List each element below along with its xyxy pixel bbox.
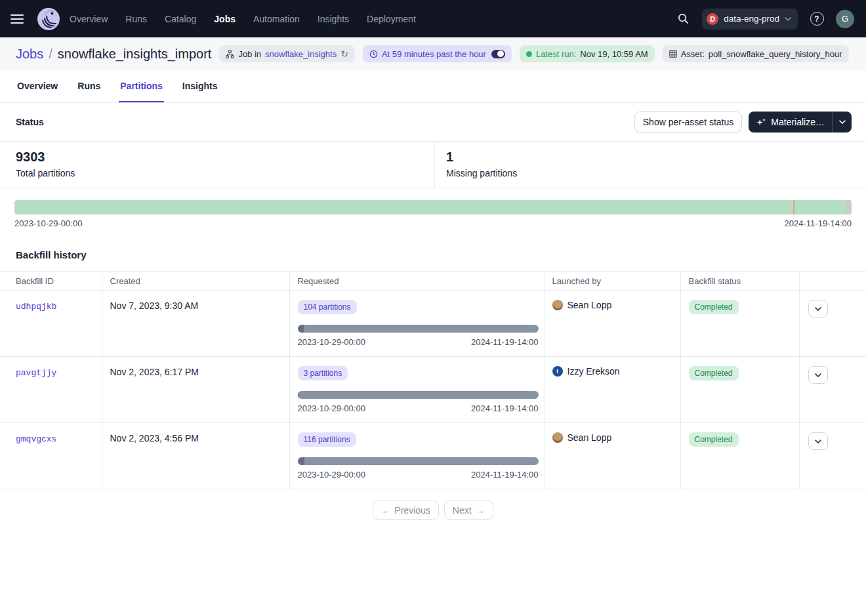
status-section-header: Status Show per-asset status Materialize… <box>0 103 866 141</box>
created-timestamp: Nov 7, 2023, 9:30 AM <box>110 300 199 311</box>
nav-item-insights[interactable]: Insights <box>318 14 349 24</box>
menu-icon[interactable] <box>10 8 33 30</box>
refresh-icon[interactable]: ↻ <box>340 49 348 58</box>
arrow-left-icon: ← <box>381 505 390 516</box>
backfill-range-bar <box>298 391 539 399</box>
clock-icon <box>369 50 378 58</box>
user-avatar[interactable]: G <box>836 10 854 28</box>
code-location-link[interactable]: snowflake_insights <box>265 49 337 59</box>
next-page-button[interactable]: Next → <box>444 501 493 520</box>
tab-runs[interactable]: Runs <box>76 72 102 102</box>
partition-stats: 9303 Total partitions 1 Missing partitio… <box>0 141 866 188</box>
backfill-range-bar <box>298 325 539 333</box>
row-menu-button[interactable] <box>808 300 828 318</box>
sparkle-icon <box>756 117 766 127</box>
col-requested: Requested <box>289 272 544 291</box>
grid-icon <box>669 50 677 58</box>
backfill-history-table: Backfill ID Created Requested Launched b… <box>0 271 866 489</box>
next-label: Next <box>453 505 472 516</box>
row-menu-button[interactable] <box>808 432 828 450</box>
launched-by-name: Sean Lopp <box>567 300 612 310</box>
backfill-range-end: 2024-11-19-14:00 <box>471 470 538 480</box>
latest-run-time[interactable]: Nov 19, 10:59 AM <box>580 49 648 59</box>
user-avatar <box>552 300 563 310</box>
deployment-switcher[interactable]: D data-eng-prod <box>702 9 798 30</box>
missing-partition-marker <box>793 200 794 215</box>
materialize-button[interactable]: Materialize… <box>749 112 833 133</box>
chevron-down-icon <box>839 120 846 124</box>
launched-by-name: Izzy Erekson <box>567 366 620 377</box>
search-icon[interactable] <box>673 9 693 29</box>
page-title: snowflake_insights_import <box>58 47 212 62</box>
help-icon[interactable]: ? <box>807 9 827 29</box>
job-graph-icon <box>226 50 234 58</box>
latest-run-label: Latest run: <box>536 49 576 59</box>
chevron-down-icon <box>815 373 821 377</box>
job-location-prefix: Job in <box>238 49 261 59</box>
backfill-range-bar <box>298 457 539 465</box>
table-row: gmqvgcxs Nov 2, 2023, 4:56 PM 116 partit… <box>0 423 866 489</box>
launched-by-name: Sean Lopp <box>567 432 612 443</box>
success-dot-icon <box>526 51 532 57</box>
tab-partitions[interactable]: Partitions <box>119 72 164 102</box>
breadcrumb-jobs-link[interactable]: Jobs <box>16 47 43 62</box>
latest-run-badge: Latest run: Nov 19, 10:59 AM <box>520 45 655 62</box>
nav-item-automation[interactable]: Automation <box>253 14 300 24</box>
breadcrumb: Jobs / snowflake_insights_import <box>16 47 211 62</box>
requested-partitions-pill[interactable]: 104 partitions <box>298 300 357 314</box>
backfill-history-heading: Backfill history <box>0 228 866 271</box>
tab-insights[interactable]: Insights <box>181 72 219 102</box>
backfill-range-end: 2024-11-19-14:00 <box>471 403 538 413</box>
requested-partitions-pill[interactable]: 116 partitions <box>298 432 356 447</box>
asset-label: Asset: <box>681 49 705 59</box>
total-partitions-stat: 9303 Total partitions <box>0 142 435 188</box>
col-backfill-status: Backfill status <box>680 272 799 291</box>
created-timestamp: Nov 2, 2023, 6:17 PM <box>110 367 199 377</box>
breadcrumb-bar: Jobs / snowflake_insights_import Job in … <box>0 37 866 70</box>
requested-partitions-pill[interactable]: 3 partitions <box>298 366 348 380</box>
schedule-badge: At 59 minutes past the hour <box>363 45 512 62</box>
total-partitions-value: 9303 <box>16 150 434 165</box>
nav-item-overview[interactable]: Overview <box>70 14 108 24</box>
unpartitioned-cap <box>845 200 852 215</box>
show-per-asset-status-button[interactable]: Show per-asset status <box>634 112 743 133</box>
range-end-label: 2024-11-19-14:00 <box>785 218 852 228</box>
previous-page-button[interactable]: ← Previous <box>373 501 438 520</box>
row-menu-button[interactable] <box>808 366 828 384</box>
status-badge: Completed <box>689 432 739 447</box>
pagination: ← Previous Next → <box>0 501 866 520</box>
backfill-id-link[interactable]: udhpqjkb <box>16 302 56 312</box>
partition-health: 2023-10-29-00:00 2024-11-19-14:00 <box>0 188 866 228</box>
arrow-right-icon: → <box>476 505 485 516</box>
dagster-logo[interactable] <box>37 7 60 31</box>
materialize-split-button: Materialize… <box>749 112 852 133</box>
nav-item-jobs[interactable]: Jobs <box>214 14 236 24</box>
user-avatar: I <box>552 366 563 377</box>
job-location-badge: Job in snowflake_insights ↻ <box>219 45 355 62</box>
status-heading: Status <box>16 117 44 127</box>
job-tabs: Overview Runs Partitions Insights <box>0 70 866 103</box>
nav-item-runs[interactable]: Runs <box>125 14 147 24</box>
col-launched-by: Launched by <box>544 272 680 291</box>
total-partitions-label: Total partitions <box>16 168 434 178</box>
missing-partitions-label: Missing partitions <box>446 168 517 178</box>
table-row: udhpqjkb Nov 7, 2023, 9:30 AM 104 partit… <box>0 291 866 357</box>
chevron-down-icon <box>785 17 791 21</box>
materialize-dropdown-caret[interactable] <box>833 112 852 133</box>
nav-item-catalog[interactable]: Catalog <box>165 14 196 24</box>
primary-nav: Overview Runs Catalog Jobs Automation In… <box>70 14 416 24</box>
partition-status-bar[interactable] <box>14 200 852 215</box>
tab-overview[interactable]: Overview <box>16 72 59 102</box>
backfill-id-link[interactable]: pavgtjjy <box>16 368 56 378</box>
table-row: pavgtjjy Nov 2, 2023, 6:17 PM 3 partitio… <box>0 357 866 423</box>
deployment-badge: D <box>707 13 718 25</box>
status-badge: Completed <box>689 366 739 380</box>
backfill-range-end: 2024-11-19-14:00 <box>471 337 538 347</box>
backfill-id-link[interactable]: gmqvgcxs <box>16 434 56 444</box>
nav-item-deployment[interactable]: Deployment <box>367 14 416 24</box>
col-created: Created <box>102 272 289 291</box>
asset-name[interactable]: poll_snowflake_query_history_hour <box>709 49 842 59</box>
table-header-row: Backfill ID Created Requested Launched b… <box>0 272 866 291</box>
backfill-range-start: 2023-10-29-00:00 <box>298 470 365 480</box>
schedule-toggle[interactable] <box>491 50 505 58</box>
